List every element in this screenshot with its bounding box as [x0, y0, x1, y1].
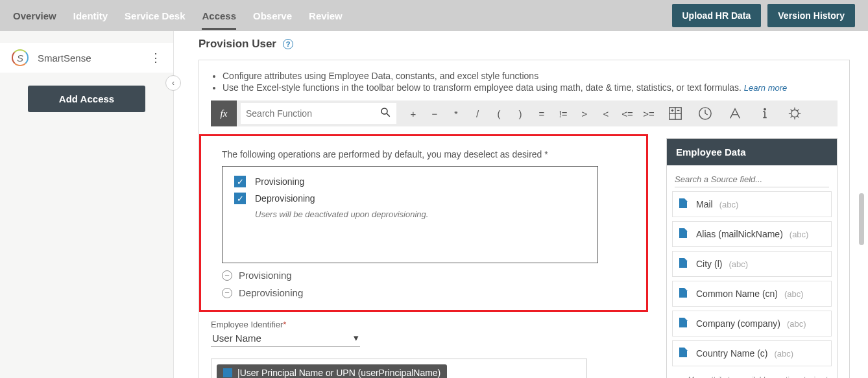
op-lte[interactable]: <= [618, 103, 636, 124]
checkbox-checked-icon[interactable]: ✓ [234, 176, 246, 187]
svg-line-24 [797, 110, 799, 112]
chevron-down-icon: ▾ [354, 332, 359, 344]
accordion-deprovisioning[interactable]: − Deprovisioning [222, 287, 640, 298]
op-not-equals[interactable]: != [554, 103, 572, 124]
fx-icon: fx [211, 100, 237, 126]
op-minus[interactable]: − [426, 103, 444, 124]
provisioning-label: Provisioning [255, 176, 304, 187]
tab-access[interactable]: Access [202, 2, 236, 30]
svg-line-1 [387, 113, 390, 117]
employee-field-item[interactable]: Common Name (cn) (abc) [672, 281, 832, 307]
svg-point-12 [764, 108, 766, 110]
field-icon [679, 228, 690, 240]
learn-more-link[interactable]: Learn more [744, 83, 787, 93]
op-equals[interactable]: = [533, 103, 551, 124]
field-icon [679, 348, 690, 359]
field-type: (abc) [719, 200, 739, 209]
help-icon[interactable]: ? [283, 39, 293, 49]
field-type: (abc) [784, 289, 804, 299]
operations-highlight: The following operations are performed b… [199, 134, 648, 312]
kebab-menu-icon[interactable]: ⋮ [150, 51, 162, 65]
tab-review[interactable]: Review [309, 10, 343, 21]
page-title: Provision User ? [199, 38, 850, 51]
function-search[interactable] [241, 103, 396, 124]
op-gt[interactable]: > [575, 103, 594, 124]
employee-field-item[interactable]: Mail (abc) [672, 191, 832, 217]
top-nav: Overview Identity Service Desk Access Ob… [0, 0, 868, 31]
collapse-icon[interactable]: − [222, 270, 232, 281]
identifier-value: User Name [212, 333, 261, 344]
employee-field-item[interactable]: Alias (mailNickName) (abc) [672, 221, 832, 247]
op-plus[interactable]: + [404, 103, 422, 124]
employee-field-item[interactable]: Company (company) (abc) [672, 311, 832, 337]
op-lt[interactable]: < [597, 103, 615, 124]
accordion-label: Deprovisioning [239, 287, 303, 298]
brain-icon[interactable] [786, 105, 803, 122]
sidebar-item-smartsense[interactable]: S SmartSense ⋮ [0, 43, 173, 73]
text-icon[interactable] [727, 105, 743, 122]
page-title-text: Provision User [199, 38, 276, 51]
op-gte[interactable]: >= [640, 103, 658, 124]
identifier-select[interactable]: User Name ▾ [211, 329, 360, 347]
math-icon[interactable] [667, 105, 684, 122]
clock-icon[interactable] [697, 105, 714, 122]
employee-data-panel: Employee Data Mail (abc) [666, 138, 838, 378]
instructions-list: Configure attributes using Employee Data… [223, 71, 838, 93]
search-icon[interactable] [380, 106, 391, 121]
field-name: Alias (mailNickName) [696, 229, 783, 239]
op-paren-close[interactable]: ) [511, 103, 529, 124]
field-name: Mail [696, 199, 713, 209]
tab-overview[interactable]: Overview [13, 10, 56, 21]
op-divide[interactable]: / [468, 103, 487, 124]
scrollbar[interactable] [859, 193, 864, 245]
source-swatch-icon [223, 368, 232, 377]
employee-field-item[interactable]: City (l) (abc) [672, 251, 832, 277]
employee-field-item[interactable]: Country Name (c) (abc) [672, 340, 832, 366]
field-icon [679, 198, 690, 210]
field-type: (abc) [729, 259, 748, 269]
field-type: (abc) [790, 230, 809, 239]
employee-identifier-field: Employee Identifier* User Name ▾ [211, 320, 648, 347]
config-container: Configure attributes using Employee Data… [199, 60, 850, 378]
upn-chip[interactable]: |User Principal Name or UPN (userPrincip… [217, 364, 447, 378]
provisioning-checkbox-row[interactable]: ✓ Provisioning [234, 176, 586, 187]
field-icon [679, 318, 690, 329]
accordion-label: Provisioning [239, 270, 292, 281]
tab-identity[interactable]: Identity [73, 10, 108, 21]
add-access-button[interactable]: Add Access [28, 86, 145, 112]
deprovisioning-checkbox-row[interactable]: ✓ Deprovisioning [234, 193, 586, 204]
function-search-input[interactable] [246, 108, 380, 119]
collapse-icon[interactable]: − [222, 288, 232, 298]
operations-intro: The following operations are performed b… [222, 149, 640, 159]
svg-line-10 [705, 113, 708, 115]
mapped-field-box[interactable]: |User Principal Name or UPN (userPrincip… [211, 359, 587, 378]
field-name: Country Name (c) [696, 348, 767, 359]
instruction-item: Use the Excel-style functions in the too… [223, 82, 838, 93]
field-label: Employee Identifier* [211, 320, 648, 329]
deprovisioning-label: Deprovisioning [255, 193, 315, 204]
op-paren-open[interactable]: ( [490, 103, 508, 124]
svg-point-0 [381, 108, 387, 114]
deprovisioning-note: Users will be deactivated upon deprovisi… [255, 209, 586, 219]
version-history-button[interactable]: Version History [767, 4, 855, 27]
chip-text: |User Principal Name or UPN (userPrincip… [237, 368, 440, 378]
op-multiply[interactable]: * [447, 103, 465, 124]
upload-hr-data-button[interactable]: Upload HR Data [672, 4, 762, 27]
category-icons [667, 105, 803, 122]
info-icon[interactable] [756, 105, 773, 122]
instruction-item: Configure attributes using Employee Data… [223, 71, 838, 81]
accordion-provisioning[interactable]: − Provisioning [222, 270, 640, 281]
field-type: (abc) [774, 349, 793, 359]
checkbox-checked-icon[interactable]: ✓ [234, 193, 246, 204]
tab-observe[interactable]: Observe [253, 10, 292, 21]
employee-data-header: Employee Data [667, 139, 837, 165]
sidebar: S SmartSense ⋮ Add Access ‹ [0, 31, 174, 378]
employee-data-search-input[interactable] [675, 172, 829, 187]
tab-service-desk[interactable]: Service Desk [125, 10, 185, 21]
svg-line-21 [791, 110, 793, 112]
operator-group: + − * / ( ) = != > < <= >= [404, 103, 658, 124]
operations-box: ✓ Provisioning ✓ Deprovisioning Users wi… [222, 166, 598, 263]
field-type: (abc) [787, 319, 806, 329]
field-name: City (l) [696, 259, 722, 269]
svg-line-22 [797, 116, 799, 118]
